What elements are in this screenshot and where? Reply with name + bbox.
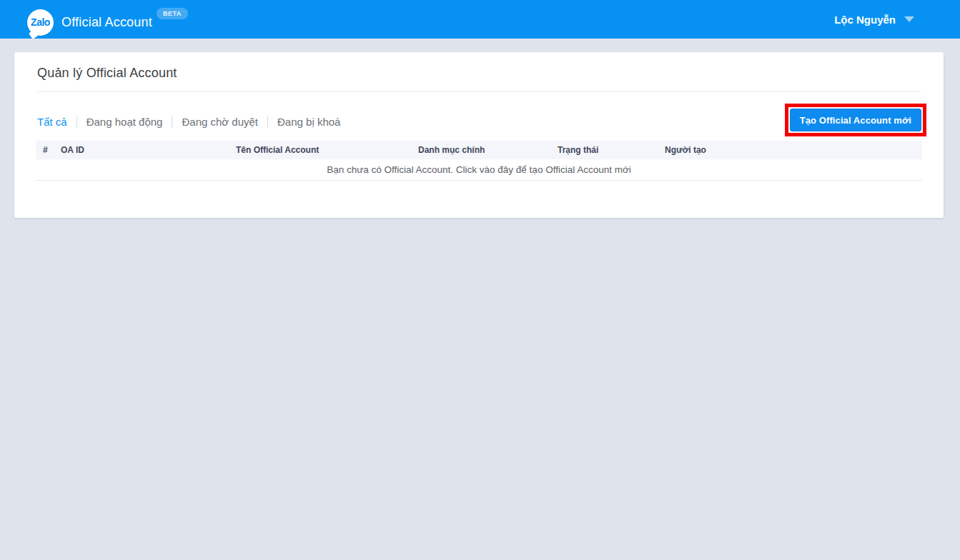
user-menu[interactable]: Lộc Nguyễn	[834, 0, 914, 39]
column-header-index: #	[43, 145, 61, 155]
empty-state-message[interactable]: Bạn chưa có Official Account. Click vào …	[327, 164, 631, 175]
tab-separator	[172, 116, 172, 128]
app-header: Zalo Official Account BETA Lộc Nguyễn	[0, 0, 960, 39]
tab-separator	[76, 116, 77, 128]
column-header-status: Trạng thái	[558, 145, 665, 155]
table-header-row: # OA ID Tên Official Account Danh mục ch…	[36, 141, 922, 159]
table-empty-row: Bạn chưa có Official Account. Click vào …	[36, 159, 922, 181]
title-divider	[37, 91, 921, 92]
tab-all[interactable]: Tất cả	[37, 116, 67, 128]
tab-pending-approval[interactable]: Đang chờ duyệt	[182, 116, 258, 128]
brand-title: Official Account	[61, 15, 152, 30]
zalo-logo-icon: Zalo	[27, 9, 54, 36]
brand-group[interactable]: Zalo Official Account BETA	[27, 4, 188, 36]
oa-management-card: Quản lý Official Account Tất cả Đang hoạ…	[14, 52, 944, 218]
page-title: Quản lý Official Account	[37, 66, 177, 81]
oa-table: # OA ID Tên Official Account Danh mục ch…	[36, 141, 922, 181]
column-header-oa-id: OA ID	[61, 145, 236, 155]
column-header-name: Tên Official Account	[236, 145, 418, 155]
tab-separator	[267, 116, 268, 128]
filter-tabs: Tất cả Đang hoạt động Đang chờ duyệt Đan…	[37, 111, 340, 132]
beta-badge: BETA	[157, 8, 188, 19]
zalo-logo-text: Zalo	[31, 16, 50, 28]
create-oa-button[interactable]: Tạo Official Account mới	[790, 109, 921, 131]
column-header-creator: Người tạo	[665, 145, 915, 155]
chevron-down-icon	[904, 16, 914, 22]
tab-locked[interactable]: Đang bị khoá	[277, 116, 340, 128]
tab-active-accounts[interactable]: Đang hoạt động	[86, 116, 163, 128]
annotation-highlight: Tạo Official Account mới	[785, 104, 926, 136]
column-header-category: Danh mục chính	[418, 145, 558, 155]
user-name: Lộc Nguyễn	[834, 14, 896, 26]
